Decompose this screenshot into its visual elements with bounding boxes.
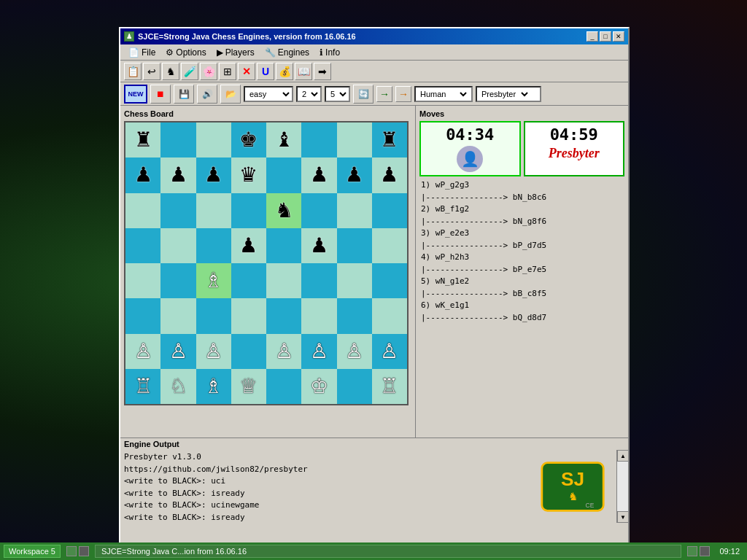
taskbar-workspace[interactable]: Workspace 5	[4, 545, 61, 558]
save-btn[interactable]: 💾	[174, 85, 194, 104]
board-cell[interactable]	[337, 122, 372, 158]
board-cell[interactable]	[372, 193, 407, 228]
board-cell[interactable]: ♙	[160, 334, 196, 369]
board-cell[interactable]	[196, 228, 231, 263]
new-game-btn[interactable]: NEW	[124, 85, 147, 104]
board-cell[interactable]: ♙	[372, 334, 407, 369]
board-cell[interactable]	[160, 193, 196, 228]
board-cell[interactable]: ♕	[231, 369, 266, 404]
board-cell[interactable]	[337, 193, 372, 228]
board-cell[interactable]	[337, 369, 372, 404]
board-cell[interactable]	[266, 228, 301, 263]
board-cell[interactable]	[125, 228, 160, 263]
level1-select[interactable]: 1 2 3 4 5	[298, 87, 320, 101]
board-cell[interactable]: ♟	[196, 158, 231, 192]
board-cell[interactable]: ♙	[266, 334, 301, 369]
board-cell[interactable]	[196, 298, 231, 333]
player2-select[interactable]: Presbyter Human Computer	[477, 87, 530, 101]
menu-engines[interactable]: 🔧 Engines	[260, 46, 314, 59]
taskbar-task[interactable]: SJCE=Strong Java C...ion from 16.06.16	[95, 545, 681, 558]
load-btn[interactable]: 📂	[220, 85, 241, 104]
menu-players[interactable]: ▶ Players	[212, 46, 259, 59]
board-cell[interactable]: ♖	[372, 369, 407, 404]
board-cell[interactable]: ♔	[301, 369, 336, 404]
board-cell[interactable]: ♙	[301, 334, 336, 369]
difficulty-select-wrapper[interactable]: easy medium hard expert	[244, 86, 293, 102]
board-cell[interactable]: ♖	[125, 369, 160, 404]
board-cell[interactable]	[337, 228, 372, 263]
board-cell[interactable]	[231, 263, 266, 298]
close-button[interactable]: ✕	[613, 31, 624, 42]
board-cell[interactable]: ♟	[301, 158, 336, 192]
player2-select-wrapper[interactable]: Presbyter Human Computer	[476, 86, 541, 102]
board-cell[interactable]	[266, 369, 301, 404]
board-cell[interactable]: ♜	[372, 122, 407, 158]
stop-btn[interactable]: ⏹	[150, 85, 171, 104]
menu-file[interactable]: 📄 File	[124, 46, 160, 59]
board-cell[interactable]: ♙	[196, 334, 231, 369]
board-cell[interactable]: ♟	[301, 228, 336, 263]
board-cell[interactable]: ♜	[125, 122, 160, 158]
engine-scrollbar[interactable]: ▲ ▼	[616, 450, 628, 523]
board-cell[interactable]	[231, 193, 266, 228]
level1-select-wrapper[interactable]: 1 2 3 4 5	[296, 86, 322, 102]
level2-select[interactable]: 1 2 3 4 5	[326, 87, 349, 101]
board-cell[interactable]	[337, 298, 372, 333]
board-cell[interactable]	[301, 263, 336, 298]
board-cell[interactable]: ♙	[337, 334, 372, 369]
board-cell[interactable]	[196, 193, 231, 228]
toolbar-x-btn[interactable]: ✕	[238, 63, 255, 80]
board-cell[interactable]	[160, 122, 196, 158]
sound-btn[interactable]: 🔊	[197, 85, 217, 104]
toolbar-grid-btn[interactable]: ⊞	[219, 63, 236, 80]
board-cell[interactable]: ♚	[231, 122, 266, 158]
player1-select[interactable]: Human Computer	[416, 87, 469, 101]
board-cell[interactable]	[160, 263, 196, 298]
toolbar-u-btn[interactable]: U	[257, 63, 274, 80]
rotate-btn[interactable]: 🔄	[353, 85, 374, 104]
chess-board[interactable]: ♜♚♝♜♟♟♟♛♟♟♟♞♟♟♗♙♙♙♙♙♙♙♖♘♗♕♔♖	[124, 121, 409, 405]
arrow1-btn[interactable]: →	[376, 86, 392, 102]
board-cell[interactable]	[266, 158, 301, 192]
board-cell[interactable]	[372, 228, 407, 263]
toolbar-book-btn[interactable]: 📖	[295, 63, 312, 80]
menu-info[interactable]: ℹ Info	[315, 46, 344, 59]
player1-select-wrapper[interactable]: Human Computer	[414, 86, 473, 102]
scroll-up-btn[interactable]: ▲	[617, 450, 629, 462]
board-cell[interactable]: ♞	[266, 193, 301, 228]
toolbar-undo-btn[interactable]: ↩	[143, 63, 160, 80]
menu-options[interactable]: ⚙ Options	[161, 46, 210, 59]
board-cell[interactable]: ♟	[160, 158, 196, 192]
board-cell[interactable]	[231, 298, 266, 333]
board-cell[interactable]	[125, 263, 160, 298]
board-cell[interactable]: ♗	[196, 369, 231, 404]
board-cell[interactable]	[231, 334, 266, 369]
maximize-button[interactable]: □	[600, 31, 611, 42]
board-cell[interactable]: ♟	[372, 158, 407, 192]
board-cell[interactable]: ♙	[125, 334, 160, 369]
board-cell[interactable]: ♟	[337, 158, 372, 192]
board-cell[interactable]	[125, 298, 160, 333]
board-cell[interactable]: ♛	[231, 158, 266, 192]
scroll-down-btn[interactable]: ▼	[617, 511, 629, 523]
board-cell[interactable]	[372, 298, 407, 333]
board-cell[interactable]: ♟	[125, 158, 160, 192]
level2-select-wrapper[interactable]: 1 2 3 4 5	[325, 86, 350, 102]
board-cell[interactable]	[337, 263, 372, 298]
board-cell[interactable]	[196, 122, 231, 158]
difficulty-select[interactable]: easy medium hard expert	[245, 87, 292, 101]
toolbar-knight-btn[interactable]: ♞	[162, 63, 179, 80]
board-cell[interactable]	[266, 298, 301, 333]
board-cell[interactable]	[301, 193, 336, 228]
board-cell[interactable]	[266, 263, 301, 298]
board-cell[interactable]	[372, 263, 407, 298]
board-cell[interactable]	[160, 228, 196, 263]
board-cell[interactable]	[125, 193, 160, 228]
toolbar-flower-btn[interactable]: 🌸	[200, 63, 217, 80]
arrow2-btn[interactable]: →	[395, 86, 411, 102]
board-cell[interactable]: ♘	[160, 369, 196, 404]
board-cell[interactable]: ♟	[231, 228, 266, 263]
board-cell[interactable]	[160, 298, 196, 333]
toolbar-arrow-btn[interactable]: ➡	[314, 63, 331, 80]
toolbar-log-btn[interactable]: 📋	[124, 63, 142, 80]
